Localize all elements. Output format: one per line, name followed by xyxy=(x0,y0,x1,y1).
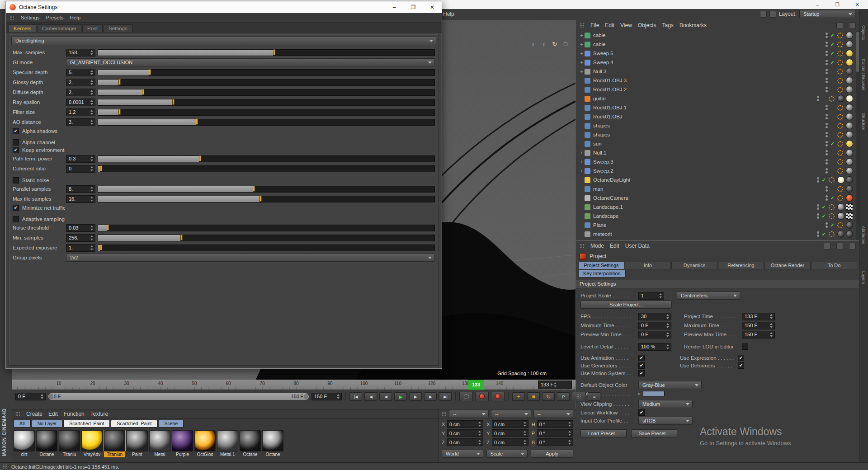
spinner-arrows-icon[interactable] xyxy=(90,119,94,125)
spinner-arrows-icon[interactable] xyxy=(90,235,94,241)
maximize-view-icon[interactable]: □ xyxy=(562,41,569,47)
texture-tag-icon[interactable] xyxy=(846,41,853,48)
ray-epsilon-slider[interactable] xyxy=(98,99,435,106)
enable-check[interactable]: ✓ xyxy=(829,141,836,147)
visibility-dots[interactable] xyxy=(826,114,829,119)
visibility-dots[interactable] xyxy=(826,123,829,128)
object-row[interactable]: meteorit✓ xyxy=(576,230,859,239)
spinner-arrows-icon[interactable] xyxy=(523,421,527,427)
spinner-arrows-icon[interactable] xyxy=(90,89,94,95)
tab-settings[interactable]: Settings xyxy=(104,24,132,32)
object-row[interactable]: sun✓ xyxy=(576,139,859,148)
dock-tab-attributes[interactable]: Attributes xyxy=(861,226,866,244)
dialog-titlebar[interactable]: Octane Settings – ❐ ✕ xyxy=(6,1,442,13)
expected-exposure-slider[interactable] xyxy=(98,244,435,251)
spinner-arrows-icon[interactable] xyxy=(666,323,670,329)
visibility-dots[interactable] xyxy=(826,87,829,92)
om-menu-tags[interactable]: Tags xyxy=(662,22,674,28)
static-noise-checkbox[interactable] xyxy=(13,177,19,183)
texture-tag-icon[interactable] xyxy=(837,95,844,102)
spinner-arrows-icon[interactable] xyxy=(478,439,482,445)
spinner-arrows-icon[interactable] xyxy=(568,430,572,436)
texture-tag-icon[interactable] xyxy=(846,230,853,238)
world-dropdown[interactable]: World xyxy=(442,450,483,458)
dialog-minimize-button[interactable]: – xyxy=(385,1,404,13)
project-scale-unit-dropdown[interactable]: Centimeters xyxy=(677,291,740,300)
mat-menu-edit[interactable]: Edit xyxy=(48,411,58,417)
max-samples-slider[interactable] xyxy=(98,49,435,56)
material-item[interactable]: Titaniu xyxy=(59,430,80,457)
specular-depth-input[interactable]: 5. xyxy=(66,69,95,76)
texture-tag-icon[interactable] xyxy=(846,77,853,84)
noise-threshold-input[interactable]: 0.03 xyxy=(66,224,95,232)
material-dot-icon[interactable] xyxy=(829,213,835,219)
material-dot-icon[interactable] xyxy=(837,132,843,138)
om-menu-objects[interactable]: Objects xyxy=(638,22,656,28)
linear-workflow-checkbox[interactable]: ✔ xyxy=(638,409,645,416)
visibility-dots[interactable] xyxy=(826,60,829,65)
apply-button[interactable]: Apply xyxy=(531,450,573,458)
spinner-arrows-icon[interactable] xyxy=(90,70,94,75)
material-item[interactable]: OctGlos xyxy=(194,430,216,457)
material-dot-icon[interactable] xyxy=(837,195,843,201)
dock-tab-objects[interactable]: Objects xyxy=(861,25,866,40)
texture-tag-icon[interactable] xyxy=(846,50,853,57)
visibility-dots[interactable] xyxy=(826,33,829,38)
default-object-color-dropdown[interactable]: Gray-Blue xyxy=(638,381,702,389)
range-end-input[interactable]: 150 F xyxy=(311,393,342,400)
dock-tab-structure[interactable]: Structure xyxy=(861,113,866,131)
tab-octane-render[interactable]: Octane Render xyxy=(764,262,811,269)
dialog-maximize-button[interactable]: ❐ xyxy=(404,1,423,13)
record-keyframe-button[interactable] xyxy=(475,392,489,401)
enable-check[interactable]: ✓ xyxy=(829,33,836,38)
key-scale-button[interactable]: ■ xyxy=(527,392,540,401)
om-menu-file[interactable]: File xyxy=(590,22,599,28)
scale-dropdown[interactable]: Scale xyxy=(486,450,528,458)
visibility-dots[interactable] xyxy=(826,150,829,155)
om-menu-bookmarks[interactable]: Bookmarks xyxy=(679,22,707,28)
object-row[interactable]: Rock01.OBJ xyxy=(576,112,859,121)
search-icon[interactable] xyxy=(836,22,843,29)
enable-check[interactable]: ✓ xyxy=(829,222,836,228)
spinner-arrows-icon[interactable] xyxy=(769,314,774,320)
layer-tab-scartched-paint-2[interactable]: Scartched_Paint xyxy=(111,420,157,428)
maximum-time-input[interactable]: 150 F xyxy=(742,322,775,329)
parallel-samples-slider[interactable] xyxy=(98,186,435,193)
dock-tab-layers[interactable]: Layers xyxy=(861,271,866,284)
spinner-arrows-icon[interactable] xyxy=(659,293,663,299)
expand-icon[interactable]: + xyxy=(579,160,585,164)
object-row[interactable]: +Null.1 xyxy=(576,148,859,157)
object-row[interactable]: man xyxy=(576,184,859,193)
ray-epsilon-input[interactable]: 0.0001 xyxy=(66,99,95,106)
parallel-samples-input[interactable]: 8. xyxy=(66,185,95,193)
texture-tag-icon[interactable] xyxy=(846,185,853,193)
next-key-button[interactable]: ▶ xyxy=(424,392,437,401)
noise-threshold-slider[interactable] xyxy=(98,225,435,231)
material-dot-icon[interactable] xyxy=(829,177,835,183)
rotation-p-input[interactable]: 0 ° xyxy=(537,429,573,437)
visibility-dots[interactable] xyxy=(826,69,829,74)
dlg-menu-presets[interactable]: Presets xyxy=(46,15,64,20)
spinner-arrows-icon[interactable] xyxy=(90,99,94,105)
spinner-arrows-icon[interactable] xyxy=(553,382,557,388)
material-dot-icon[interactable] xyxy=(837,51,843,56)
layer-tab-scene[interactable]: Scene xyxy=(158,420,184,428)
texture-tag-icon[interactable] xyxy=(846,194,853,202)
spinner-arrows-icon[interactable] xyxy=(90,245,94,251)
window-icon[interactable] xyxy=(769,11,776,18)
use-deformers-checkbox[interactable]: ✔ xyxy=(738,362,744,369)
coord-mode-dropdown[interactable]: -- xyxy=(533,410,573,418)
object-row[interactable]: +Null.3 xyxy=(576,67,859,76)
keep-environment-checkbox[interactable]: ✔ xyxy=(13,147,19,153)
material-dot-icon[interactable] xyxy=(829,204,835,210)
project-time-input[interactable]: 133 F xyxy=(742,313,775,320)
texture-tag-icon[interactable] xyxy=(846,203,853,211)
dock-tab-content-browser[interactable]: Content Browser xyxy=(861,59,866,91)
material-item[interactable]: Octane xyxy=(262,430,283,457)
visibility-dots[interactable] xyxy=(826,141,829,146)
rotate-icon[interactable]: ↻ xyxy=(551,41,558,47)
visibility-dots[interactable] xyxy=(826,159,829,164)
glossy-depth-slider[interactable] xyxy=(98,79,435,86)
key-position-button[interactable]: + xyxy=(512,392,525,401)
texture-tag-icon[interactable] xyxy=(837,203,844,211)
